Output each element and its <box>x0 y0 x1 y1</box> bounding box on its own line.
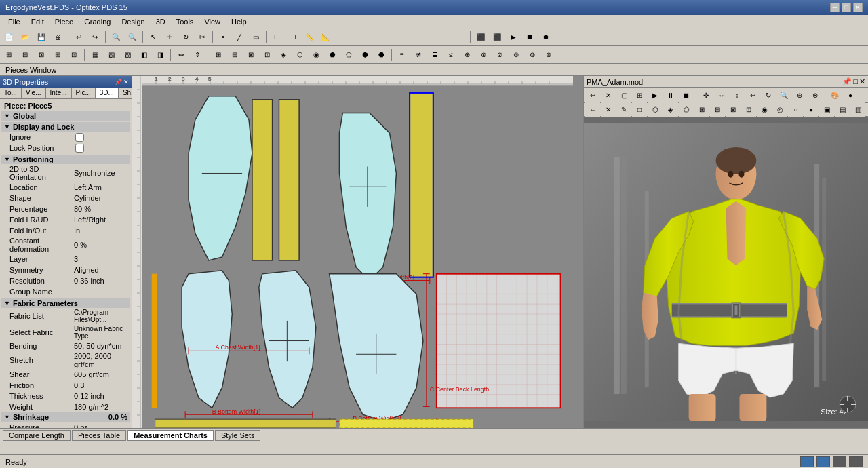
misc-button10[interactable]: ⊛ <box>541 47 556 62</box>
3d-tool2-5[interactable]: ⬡ <box>648 102 663 117</box>
3d-tool2-2[interactable]: ✕ <box>601 102 616 117</box>
panel-pin-button[interactable]: 📌 <box>115 79 122 85</box>
misc-button4[interactable]: ≤ <box>443 47 458 62</box>
fabric-collapse-icon[interactable]: ▼ <box>4 300 10 307</box>
canvas-area[interactable]: 1 2 3 4 5 <box>132 76 583 428</box>
grid-button3[interactable]: ⊠ <box>34 47 49 62</box>
window-controls[interactable]: ─ □ ✕ <box>830 3 863 12</box>
menu-help[interactable]: Help <box>226 17 252 26</box>
tab-measurement-charts[interactable]: Measurement Charts <box>127 430 214 441</box>
misc-button3[interactable]: ≣ <box>427 47 442 62</box>
align-right-button[interactable]: ⊣ <box>285 30 300 45</box>
3d-button1[interactable]: ⬛ <box>473 30 488 45</box>
extra-button1[interactable]: ⊞ <box>211 47 226 62</box>
menu-grading[interactable]: Grading <box>79 17 116 26</box>
select-button[interactable]: ↖ <box>146 30 161 45</box>
misc-button5[interactable]: ⊕ <box>460 47 475 62</box>
3d-tool2-17[interactable]: ▤ <box>835 102 850 117</box>
sym-button2[interactable]: ⇕ <box>190 47 205 62</box>
3d-tool2-4[interactable]: □ <box>632 102 647 117</box>
3d-button4[interactable]: ⏹ <box>522 30 537 45</box>
3d-tool-1[interactable]: ↩ <box>585 88 600 103</box>
3d-tool-14[interactable]: ⊕ <box>792 88 807 103</box>
sym-button1[interactable]: ⇔ <box>174 47 189 62</box>
3d-tool-17[interactable]: ● <box>843 88 858 103</box>
close-button[interactable]: ✕ <box>853 3 863 12</box>
3d-tool-5[interactable]: ▶ <box>648 88 663 103</box>
3d-tool-8[interactable]: ✛ <box>698 88 713 103</box>
global-collapse-icon[interactable]: ▼ <box>4 113 10 119</box>
3d-panel-pin-button[interactable]: 📌 <box>842 77 852 86</box>
extra-button8[interactable]: ⬟ <box>325 47 340 62</box>
tab-style-sets[interactable]: Style Sets <box>215 430 261 441</box>
3d-tool-2[interactable]: ✕ <box>601 88 616 103</box>
display-lock-collapse-icon[interactable]: ▼ <box>4 123 10 130</box>
menu-edit[interactable]: Edit <box>26 17 50 26</box>
3d-button3[interactable]: ▶ <box>506 30 521 45</box>
rect-button[interactable]: ▭ <box>248 30 263 45</box>
3d-tool2-15[interactable]: ● <box>804 102 818 117</box>
3d-tool-3[interactable]: ▢ <box>616 88 631 103</box>
menu-piece[interactable]: Piece <box>50 17 79 26</box>
measure-button[interactable]: 📏 <box>302 30 317 45</box>
maximize-button[interactable]: □ <box>842 3 851 12</box>
extra-button3[interactable]: ⊠ <box>243 47 258 62</box>
3d-tool-15[interactable]: ⊗ <box>808 88 823 103</box>
misc-button2[interactable]: ≢ <box>411 47 426 62</box>
3d-tool2-13[interactable]: ◎ <box>772 102 787 117</box>
menu-tools[interactable]: Tools <box>171 17 199 26</box>
misc-button1[interactable]: ≡ <box>395 47 410 62</box>
3d-tool2-18[interactable]: ▥ <box>850 102 865 117</box>
extra-button9[interactable]: ⬠ <box>341 47 356 62</box>
3d-tool2-1[interactable]: ← <box>585 102 600 117</box>
3d-button2[interactable]: ⬛ <box>490 30 505 45</box>
panel-close-button[interactable]: ✕ <box>123 79 129 85</box>
status-icon-3[interactable] <box>833 456 846 467</box>
3d-tool2-6[interactable]: ◈ <box>663 102 678 117</box>
tab-vie[interactable]: Vie... <box>22 88 46 98</box>
3d-tool2-7[interactable]: ⬠ <box>679 102 694 117</box>
align-left-button[interactable]: ⊢ <box>269 30 284 45</box>
extra-button6[interactable]: ⬡ <box>292 47 307 62</box>
extra-button10[interactable]: ⬢ <box>357 47 372 62</box>
3d-button5[interactable]: ⏺ <box>538 30 553 45</box>
save-button[interactable]: 💾 <box>34 30 49 45</box>
minimize-button[interactable]: ─ <box>830 3 840 12</box>
view-button3[interactable]: ▨ <box>120 47 135 62</box>
tab-to[interactable]: To... <box>0 88 22 98</box>
ignore-checkbox[interactable] <box>75 133 84 142</box>
extra-button11[interactable]: ⬣ <box>374 47 389 62</box>
3d-panel-close-button[interactable]: ✕ <box>859 77 865 86</box>
3d-tool-7[interactable]: ⏹ <box>679 88 694 103</box>
3d-tool-11[interactable]: ↩ <box>745 88 760 103</box>
rotate-button[interactable]: ↻ <box>178 30 193 45</box>
3d-tool-13[interactable]: 🔍 <box>776 88 791 103</box>
pattern-canvas[interactable]: A Chest Width[2] A Chest Width[1] <box>142 86 583 428</box>
misc-button9[interactable]: ⊚ <box>525 47 540 62</box>
view-button2[interactable]: ▧ <box>104 47 119 62</box>
view-button4[interactable]: ◧ <box>136 47 151 62</box>
3d-tool2-14[interactable]: ○ <box>788 102 803 117</box>
grid-button5[interactable]: ⊡ <box>66 47 81 62</box>
tab-pieces-table[interactable]: Pieces Table <box>72 430 126 441</box>
tab-compare-length[interactable]: Compare Length <box>3 430 71 441</box>
ruler-button[interactable]: 📐 <box>318 30 333 45</box>
status-icon-2[interactable] <box>816 456 830 467</box>
tab-pic[interactable]: Pic... <box>72 88 96 98</box>
3d-viewer[interactable]: Size: 42 <box>584 117 868 428</box>
3d-panel-maximize-button[interactable]: □ <box>853 77 858 86</box>
move-button[interactable]: ✛ <box>162 30 177 45</box>
3d-tool2-16[interactable]: ▣ <box>819 102 834 117</box>
undo-button[interactable]: ↩ <box>71 30 86 45</box>
point-button[interactable]: • <box>216 30 231 45</box>
status-icon-1[interactable] <box>800 456 814 467</box>
3d-tool2-10[interactable]: ⊠ <box>726 102 741 117</box>
menu-3d[interactable]: 3D <box>151 17 171 26</box>
3d-tool-10[interactable]: ↕ <box>730 88 745 103</box>
print-button[interactable]: 🖨 <box>50 30 65 45</box>
redo-button[interactable]: ↪ <box>87 30 102 45</box>
3d-tool2-12[interactable]: ◉ <box>757 102 772 117</box>
extra-button2[interactable]: ⊟ <box>227 47 242 62</box>
misc-button6[interactable]: ⊗ <box>476 47 491 62</box>
menu-file[interactable]: File <box>3 17 26 26</box>
